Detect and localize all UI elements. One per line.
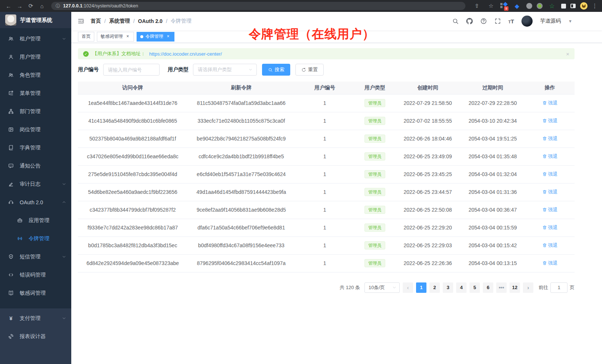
postcard-icon — [8, 127, 14, 132]
cell-refresh: dfa6c71a50a54c66bef706ef9e6e8d81 — [187, 219, 295, 236]
sidebar-item-label: 错误码管理 — [20, 272, 66, 278]
force-logout-button[interactable]: 强退 — [542, 260, 558, 267]
sidebar-item-notice[interactable]: 通知公告 — [0, 157, 71, 175]
sidebar-item-user[interactable]: 用户管理 — [0, 48, 71, 66]
force-logout-button[interactable]: 强退 — [542, 153, 558, 160]
hamburger-icon[interactable] — [77, 17, 85, 25]
sidebar-subitem-token[interactable]: 令牌管理 — [0, 229, 71, 248]
sidebar-item-label: 支付管理 — [20, 315, 56, 322]
site-info-icon[interactable]: ⓘ — [56, 3, 60, 9]
forward-icon[interactable]: → — [15, 1, 24, 10]
extension-badge-icon[interactable]: 9 — [500, 2, 508, 10]
sidebar-item-users[interactable]: 租户管理 — [0, 30, 71, 48]
browser-menu-icon[interactable]: ⋮ — [592, 3, 598, 9]
cell-expires: 2054-03-04 01:32:04 — [460, 165, 525, 183]
column-header-4: 创建时间 — [395, 82, 460, 94]
page-button-12[interactable]: 12 — [510, 282, 520, 293]
cell-expires: 2054-03-04 01:35:48 — [460, 148, 525, 165]
sidebar-item-org[interactable]: 部门管理 — [0, 102, 71, 120]
page-button-2[interactable]: 2 — [429, 282, 440, 293]
search-icon[interactable] — [452, 18, 459, 24]
alert-close-icon[interactable]: × — [566, 51, 569, 57]
font-size-icon[interactable]: TT — [508, 18, 514, 24]
tab-close-icon[interactable]: × — [125, 34, 130, 39]
column-header-0: 访问令牌 — [78, 82, 187, 94]
force-logout-button[interactable]: 强退 — [542, 206, 558, 213]
token-table: 访问令牌刷新令牌用户编号用户类型创建时间过期时间操作 1ea5e44f8bc14… — [78, 82, 575, 272]
sidebar-item-sensitive[interactable]: 敏感词管理 — [0, 284, 71, 302]
breadcrumb-item-0[interactable]: 首页 — [91, 18, 101, 24]
user-name[interactable]: 芋道源码 — [540, 18, 561, 24]
filter-form: 用户编号 用户类型 请选择用户类型 搜索 重置 — [78, 64, 575, 76]
bookmark-star-icon[interactable]: ☆ — [486, 1, 496, 10]
column-header-2: 用户编号 — [295, 82, 354, 94]
force-logout-button[interactable]: 强退 — [542, 118, 558, 124]
sidebar-item-team[interactable]: 角色管理 — [0, 66, 71, 84]
search-button[interactable]: 搜索 — [262, 64, 290, 76]
profile-avatar[interactable] — [580, 2, 588, 10]
help-icon[interactable] — [480, 18, 487, 24]
sidebar-item-pay[interactable]: ¥支付管理 — [0, 309, 71, 327]
back-icon[interactable]: ← — [4, 1, 13, 10]
star-extension-icon[interactable]: ☆ — [547, 1, 557, 10]
sidebar-item-oauth[interactable]: OAuth 2.0 — [0, 193, 71, 211]
sidebar-item-errcode[interactable]: 错误码管理 — [0, 266, 71, 284]
tab-0[interactable]: 首页 — [78, 32, 94, 42]
sidebar-item-tree[interactable]: 菜单管理 — [0, 84, 71, 102]
sidebar-item-postcard[interactable]: 岗位管理 — [0, 120, 71, 139]
breadcrumb-item-2[interactable]: OAuth 2.0 — [138, 18, 163, 24]
home-icon[interactable]: ⌂ — [37, 1, 47, 10]
force-logout-button[interactable]: 强退 — [542, 189, 558, 195]
sidebar-subitem-app[interactable]: 应用管理 — [0, 211, 71, 229]
sidebar-item-audit[interactable]: 审计日志 — [0, 175, 71, 193]
extensions-puzzle-icon[interactable] — [561, 4, 566, 9]
force-logout-label: 强退 — [548, 242, 558, 249]
chevron-down-icon[interactable]: ▼ — [568, 19, 572, 23]
goto-page-input[interactable] — [550, 282, 567, 293]
page-button-3[interactable]: 3 — [443, 282, 453, 293]
trash-icon — [542, 100, 547, 105]
user-avatar[interactable] — [521, 16, 533, 27]
logo-bar[interactable]: 芋道管理系统 — [0, 12, 71, 28]
reload-icon[interactable]: ⟳ — [26, 1, 36, 10]
alert-doc-link[interactable]: https://doc.iocoder.cn/user-center/ — [149, 51, 222, 57]
page-button-4[interactable]: 4 — [456, 282, 467, 293]
command-extension-icon[interactable] — [526, 3, 532, 9]
tab-panel-icon[interactable] — [570, 4, 576, 8]
tab-2[interactable]: 令牌管理× — [137, 32, 174, 42]
breadcrumb-item-1[interactable]: 系统管理 — [109, 18, 130, 24]
share-icon[interactable]: ⇧ — [472, 1, 482, 10]
user-type-select[interactable]: 请选择用户类型 — [193, 64, 257, 76]
sidebar-item-sms[interactable]: 短信管理 — [0, 248, 71, 266]
sidebar-item-report[interactable]: 报表设计器 — [0, 327, 71, 345]
force-logout-button[interactable]: 强退 — [542, 242, 558, 249]
force-logout-button[interactable]: 强退 — [542, 135, 558, 142]
gem-extension-icon[interactable]: ◆ — [512, 1, 522, 10]
record-extension-icon[interactable] — [537, 3, 543, 9]
chevron-up-icon — [62, 200, 66, 204]
page-button-6[interactable]: 6 — [483, 282, 493, 293]
force-logout-button[interactable]: 强退 — [542, 171, 558, 178]
force-logout-label: 强退 — [548, 206, 558, 213]
tab-1[interactable]: 敏感词管理× — [97, 32, 134, 42]
chevron-down-icon — [62, 316, 66, 320]
page-button-1[interactable]: 1 — [416, 282, 426, 293]
breadcrumb-separator: / — [133, 18, 135, 24]
page-size-select[interactable]: 10条/页 — [364, 282, 400, 293]
prev-page-button[interactable]: ‹ — [403, 282, 413, 293]
more-pages-button[interactable]: ••• — [496, 282, 507, 293]
fullscreen-icon[interactable] — [494, 18, 501, 24]
tab-close-icon[interactable]: × — [166, 34, 171, 39]
user-id-input[interactable] — [103, 64, 160, 76]
sidebar-item-dict[interactable]: 字典管理 — [0, 139, 71, 157]
reset-button[interactable]: 重置 — [295, 64, 324, 76]
cell-access: c347026e805e4d99b0d116eae66eda8c — [78, 148, 187, 165]
force-logout-button[interactable]: 强退 — [542, 100, 558, 106]
cell-refresh: cdfc4ce9c2da4bb1bdf21b9918ff4be5 — [187, 148, 295, 165]
cell-user_id: 1 — [295, 148, 354, 165]
next-page-button[interactable]: › — [523, 282, 533, 293]
page-button-5[interactable]: 5 — [470, 282, 480, 293]
url-bar[interactable]: ⓘ 127.0.0.1:1024/system/oauth2/token — [51, 2, 465, 10]
force-logout-button[interactable]: 强退 — [542, 224, 558, 231]
github-icon[interactable] — [466, 18, 473, 24]
